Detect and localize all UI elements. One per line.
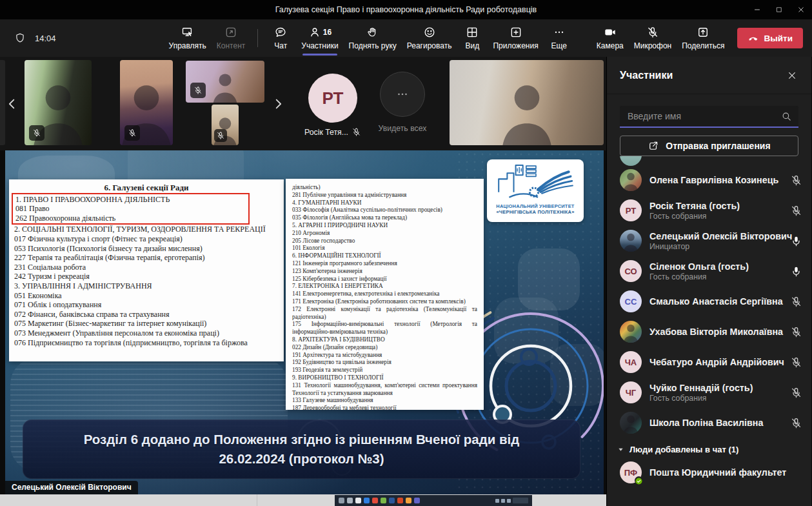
document-page-left: 6. Галузеві секції Ради 1. ПРАВО І ПРАВО… [9, 179, 284, 361]
toolbar-button-label: Контент [217, 41, 245, 50]
document-line: 1. ПРАВО І ПРАВООХОРОННА ДІЯЛЬНІСТЬ [15, 195, 246, 205]
spotlight-video-tile[interactable] [450, 60, 604, 145]
toolbar-button-view[interactable]: Вид [457, 19, 487, 57]
toolbar-button-participants[interactable]: 16 Участники [297, 19, 342, 57]
participant-role: Гость собрания [649, 272, 749, 281]
participant-row[interactable]: ЧА Чебатуро Андрій Андрійович [620, 348, 802, 376]
maximize-icon [775, 6, 783, 14]
document-line: 101 Екологія [292, 245, 477, 252]
mic-status-icon[interactable] [790, 296, 802, 308]
document-line: 175 Інформаційно-вимірювальні технології… [292, 321, 477, 336]
minimize-button[interactable] [746, 0, 768, 19]
send-invite-button[interactable]: Отправка приглашения [620, 136, 798, 156]
participant-name: Росік Тетяна (гость) [649, 201, 740, 211]
participant-row[interactable]: РТ Росік Тетяна (гость) Гость собрания [620, 196, 802, 225]
taskbar-app-icon [372, 498, 378, 503]
chat-section-label: Люди добавлены в чат (1) [629, 445, 738, 454]
toolbar-button-react[interactable]: Реагировать [402, 19, 457, 57]
search-input[interactable] [620, 106, 798, 128]
avatar: ЧА [620, 351, 642, 373]
document-line: 053 Психологія (Психологія бізнесу та ди… [14, 244, 279, 254]
participant-row[interactable]: ЧГ Чуйко Геннадій (гость) Гость собрания [620, 378, 802, 407]
close-icon [797, 6, 805, 14]
document-title: 6. Галузеві секції Ради [14, 183, 279, 193]
toolbar-button-raise-hand[interactable]: Поднять руку [344, 19, 401, 57]
banner-line: 26.02.2024 (протокол №3) [23, 449, 580, 469]
document-line: 073 Менеджмент (Управління персоналом та… [14, 329, 279, 338]
overflow-participant-tile[interactable]: РТ Росік Тетя... [297, 74, 369, 137]
participant-row[interactable]: ПФ Пошта Юридичний факультет [620, 458, 802, 487]
video-tile-video-4[interactable] [212, 105, 239, 145]
mic-status-icon[interactable] [790, 326, 802, 338]
chat-section-header[interactable]: Люди добавлены в чат (1) [617, 445, 802, 454]
document-line: 123 Комп'ютерна інженерія [292, 268, 477, 276]
participant-row[interactable]: Ухабова Вікторія Миколаївна [620, 318, 802, 346]
document-line: 8. АРХІТЕКТУРА І БУДІВНИЦТВО [292, 336, 477, 344]
taskbar-app-icon [406, 498, 411, 503]
toolbar-button-label: Камера [597, 41, 624, 50]
taskbar-app-icon [381, 498, 386, 503]
avatar [620, 412, 642, 434]
camera-icon [604, 26, 617, 39]
maximize-button[interactable] [768, 0, 790, 19]
participant-row[interactable]: СС Смалько Анастасія Сергіївна [620, 287, 802, 316]
mic-muted-icon [124, 125, 140, 141]
avatar [620, 156, 642, 166]
document-line: 172 Електронні комунікації та радіотехні… [292, 306, 477, 321]
document-line: 210 Агрономія [292, 230, 477, 238]
document-line: 071 Облік і оподаткування [14, 300, 279, 310]
toolbar-button-manage[interactable]: Управлять [164, 19, 211, 57]
toolbar-button-label: Реагировать [407, 41, 452, 50]
toolbar-button-share[interactable]: Поделиться [677, 26, 729, 50]
panel-title: Участники [620, 70, 673, 81]
taskbar-app-icon [389, 498, 395, 503]
toolbar-button-mic[interactable]: Микрофон [629, 26, 676, 50]
teams-meeting-window: Галузева секція Право і правоохоронна ді… [0, 0, 812, 506]
avatar: ПФ [620, 461, 642, 483]
scroll-right-button[interactable] [271, 93, 285, 115]
document-line: 205 Лісове господарство [292, 238, 477, 245]
toolbar-button-more[interactable]: Еще [544, 19, 574, 57]
participant-row[interactable]: СО Сіленок Ольга (гость) Гость собрания [620, 257, 802, 285]
taskbar-app-icon [364, 498, 370, 503]
scroll-left-button[interactable] [5, 93, 19, 115]
video-tile-video-3[interactable] [186, 61, 264, 103]
document-line: 141 Електроенергетика, електротехніка і … [292, 290, 477, 298]
close-window-button[interactable] [790, 0, 812, 19]
participant-role: Гость собрания [649, 394, 753, 403]
participant-role: Гость собрания [649, 212, 740, 221]
close-panel-button[interactable] [786, 69, 798, 82]
mic-status-icon[interactable] [790, 235, 802, 247]
mic-status-icon[interactable] [790, 356, 802, 369]
see-all-tile[interactable]: Увидеть всех [378, 72, 427, 133]
participant-name: Ухабова Вікторія Миколаївна [649, 327, 782, 337]
leave-button[interactable]: Выйти [737, 28, 804, 48]
participant-row[interactable]: Школа Поліна Василівна [620, 409, 802, 437]
mic-status-icon[interactable] [790, 205, 802, 217]
hangup-icon [748, 32, 759, 44]
toolbar-button-apps[interactable]: Приложения [488, 19, 542, 57]
taskbar-app-icon [397, 498, 403, 503]
document-line: 121 Інженерія програмного забезпечення [292, 260, 477, 268]
mic-status-icon[interactable] [790, 417, 802, 429]
toolbar-button-label: Управлять [169, 41, 206, 50]
share-content-icon [224, 26, 237, 39]
mic-status-icon[interactable] [790, 265, 802, 278]
meeting-timer: 14:04 [35, 34, 56, 43]
logo-text: НАЦІОНАЛЬНИЙ УНІВЕРСИТЕТ [490, 203, 581, 209]
toolbar-button-camera[interactable]: Камера [592, 26, 628, 50]
toolbar-button-chat[interactable]: Чат [266, 19, 295, 57]
toolbar-button-content[interactable]: Контент [212, 19, 250, 57]
video-tile-video-2[interactable] [120, 60, 173, 145]
close-icon [787, 70, 797, 81]
mic-status-icon[interactable] [790, 387, 802, 399]
participant-row[interactable]: Олена Гаврилівна Козинець [620, 166, 802, 194]
toolbar-button-label: Вид [466, 41, 480, 50]
video-tile-video-1[interactable] [25, 60, 92, 145]
avatar: ЧГ [620, 381, 642, 403]
mic-status-icon[interactable] [790, 174, 802, 187]
participant-name: Смалько Анастасія Сергіївна [649, 296, 782, 307]
participant-row[interactable]: Селецький Олексій Вікторович Инициатор [620, 227, 802, 255]
document-line: 281 Публічне управління та адмініструван… [292, 192, 477, 199]
hand-icon [366, 26, 379, 39]
